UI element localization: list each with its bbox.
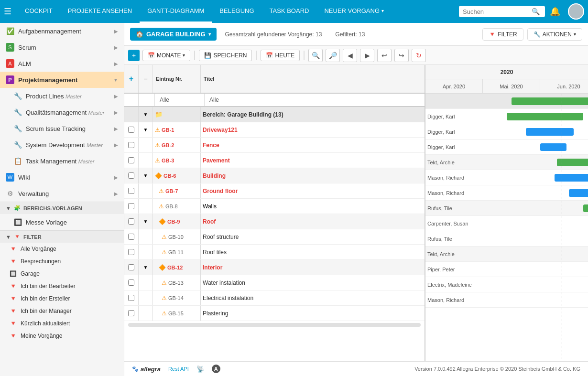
row-checkbox[interactable]: [128, 249, 134, 255]
monate-button[interactable]: 📅 MONATE ▾: [142, 50, 190, 61]
sidebar-item-scrum[interactable]: S Scrum ▶: [0, 39, 124, 55]
redo-icon[interactable]: ↪: [394, 49, 409, 62]
row-checkbox[interactable]: [128, 279, 134, 286]
row-checkbox[interactable]: [128, 142, 134, 148]
expand-icon[interactable]: ▼: [143, 265, 148, 270]
gantt-bar[interactable]: [569, 189, 588, 197]
sidebar-item-task-mgmt[interactable]: 📋 Task Management Master: [0, 153, 124, 169]
sidebar-item-verwaltung[interactable]: ⚙ Verwaltung ▶: [0, 185, 124, 202]
filter-ersteller[interactable]: 🔻 Ich bin der Ersteller: [0, 292, 124, 305]
task-id-link[interactable]: GB-8: [165, 204, 178, 209]
row-checkbox[interactable]: [128, 188, 134, 194]
search-icon[interactable]: 🔍: [532, 8, 540, 15]
wrench-icon: 🔧: [534, 31, 541, 38]
task-id-link[interactable]: GB-1: [162, 127, 174, 133]
task-id-link[interactable]: GB-2: [162, 142, 174, 148]
actions-button[interactable]: 🔧 AKTIONEN ▾: [527, 28, 582, 41]
nav-right-icon[interactable]: ▶: [360, 49, 374, 62]
nav-neuer-vorgang[interactable]: NEUER VORGANG ▾: [316, 0, 392, 23]
task-id-link[interactable]: GB-6: [163, 173, 176, 179]
row-checkbox[interactable]: [128, 157, 134, 163]
group-title: Bereich: Garage Building (13): [201, 107, 425, 122]
minus-icon[interactable]: −: [143, 75, 147, 83]
zoom-in-icon[interactable]: 🔍: [308, 49, 323, 62]
filter-besprechungen[interactable]: 🔻 Besprechungen: [0, 255, 124, 268]
zoom-out-icon[interactable]: 🔎: [326, 49, 340, 62]
template-icon: 🔲: [13, 218, 22, 226]
bereichs-vorlagen-section[interactable]: ▼ 🧩 BEREICHS-VORLAGEN: [0, 202, 124, 214]
gantt-bar[interactable]: [540, 143, 566, 151]
add-row-icon[interactable]: +: [129, 75, 133, 83]
task-id-link[interactable]: GB-13: [168, 280, 184, 286]
row-checkbox[interactable]: [128, 218, 134, 225]
row-checkbox[interactable]: [128, 172, 134, 179]
nav-left-icon[interactable]: ◀: [343, 49, 357, 62]
filter-garage[interactable]: 🔲 Garage: [0, 268, 124, 280]
group-icon: 📁: [155, 111, 163, 118]
sidebar-item-system-dev[interactable]: 🔧 System Development Master ▶: [0, 137, 124, 153]
expand-icon[interactable]: ▼: [143, 173, 148, 178]
filter-button[interactable]: 🔻 FILTER: [482, 28, 523, 41]
task-id-link[interactable]: GB-3: [162, 158, 174, 163]
task-id-link[interactable]: GB-12: [167, 265, 183, 270]
nav-taskboard[interactable]: TASK BOARD: [262, 0, 317, 23]
expand-icon[interactable]: ▼: [143, 219, 148, 224]
sidebar-item-alm[interactable]: A ALM ▶: [0, 55, 124, 72]
sidebar-item-qualitat[interactable]: 🔧 Qualitätsmanagement Master ▶: [0, 104, 124, 120]
search-input[interactable]: [463, 8, 530, 15]
task-id-link[interactable]: GB-10: [168, 234, 184, 240]
row-checkbox[interactable]: [128, 203, 134, 209]
expand-icon[interactable]: ▼: [143, 127, 148, 132]
gantt-bar[interactable]: [555, 174, 588, 182]
nav-cockpit[interactable]: COCKPIT: [17, 0, 60, 23]
sidebar-item-wiki[interactable]: W Wiki ▶: [0, 169, 124, 185]
gantt-bar[interactable]: [507, 113, 583, 120]
calendar-icon: 📅: [148, 52, 155, 59]
sidebar-item-projektmanagement[interactable]: P Projektmanagement ▼: [0, 72, 124, 88]
nav-belegung[interactable]: BELEGUNG: [212, 0, 261, 23]
row-checkbox[interactable]: [128, 295, 134, 301]
add-entry-button[interactable]: +: [128, 50, 140, 61]
filter-label: Ich bin der Bearbeiter: [21, 283, 76, 290]
heute-button[interactable]: 📅 HEUTE: [261, 50, 300, 61]
task-id-link[interactable]: GB-11: [168, 249, 184, 255]
horizontal-scrollbar[interactable]: [128, 323, 421, 327]
rest-api-link[interactable]: Rest API: [168, 366, 189, 372]
filter-kurzlich[interactable]: 🔻 Kürzlich aktualisiert: [0, 317, 124, 330]
task-id-link[interactable]: GB-9: [167, 219, 180, 225]
gantt-bar[interactable]: [526, 128, 574, 136]
sidebar-item-product-lines[interactable]: 🔧 Product Lines Master ▶: [0, 88, 124, 104]
filter-manager[interactable]: 🔻 Ich bin der Manager: [0, 305, 124, 317]
sidebar-item-messe-vorlage[interactable]: 🔲 Messe Vorlage: [0, 214, 124, 230]
nav-gantt[interactable]: GANTT-DIAGRAMM: [140, 0, 212, 23]
speichern-button[interactable]: 💾 SPEICHERN: [199, 50, 252, 61]
hamburger-icon[interactable]: ☰: [4, 6, 11, 17]
nav-projekte[interactable]: PROJEKTE ANSEHEN: [60, 0, 140, 23]
filter-bearbeiter[interactable]: 🔻 Ich bin der Bearbeiter: [0, 280, 124, 292]
filter-section[interactable]: ▼ 🔻 FILTER: [0, 230, 124, 243]
task-id-link[interactable]: GB-15: [168, 311, 184, 316]
filter-meine-vorgange[interactable]: 🔻 Meine Vorgänge: [0, 330, 124, 342]
row-checkbox[interactable]: [128, 264, 134, 270]
task-id-link[interactable]: GB-14: [168, 295, 184, 301]
row-checkbox[interactable]: [128, 234, 134, 240]
allegra-logo[interactable]: 🐾 allegra: [132, 365, 161, 373]
task-id-link[interactable]: GB-7: [165, 188, 178, 194]
refresh-icon[interactable]: ↻: [412, 49, 426, 62]
row-checkbox[interactable]: [128, 127, 134, 133]
filter-alle-vorgange[interactable]: 🔻 Alle Vorgänge: [0, 243, 124, 255]
gantt-bar[interactable]: [512, 97, 588, 105]
sidebar-label: Verwaltung: [18, 190, 110, 197]
project-selector[interactable]: 🏠 GARAGE BUILDING ▾: [130, 28, 217, 41]
sidebar-item-scrum-tracking[interactable]: 🔧 Scrum Issue Tracking ▶: [0, 120, 124, 137]
sidebar-label: Projektmanagement: [18, 76, 109, 84]
bell-icon[interactable]: 🔔: [550, 6, 560, 17]
avatar[interactable]: [568, 3, 584, 20]
undo-icon[interactable]: ↩: [377, 49, 392, 62]
sidebar-item-aufgabenmanagement[interactable]: ✅ Aufgabenmanagement ▶: [0, 23, 124, 39]
table-row: ⚠ GB-14 Electrical instalation: [124, 290, 425, 306]
expand-icon[interactable]: ▼: [143, 112, 148, 117]
row-checkbox[interactable]: [128, 310, 134, 316]
gantt-bar[interactable]: [583, 204, 588, 212]
task-type-icon: ⚠: [162, 249, 167, 256]
